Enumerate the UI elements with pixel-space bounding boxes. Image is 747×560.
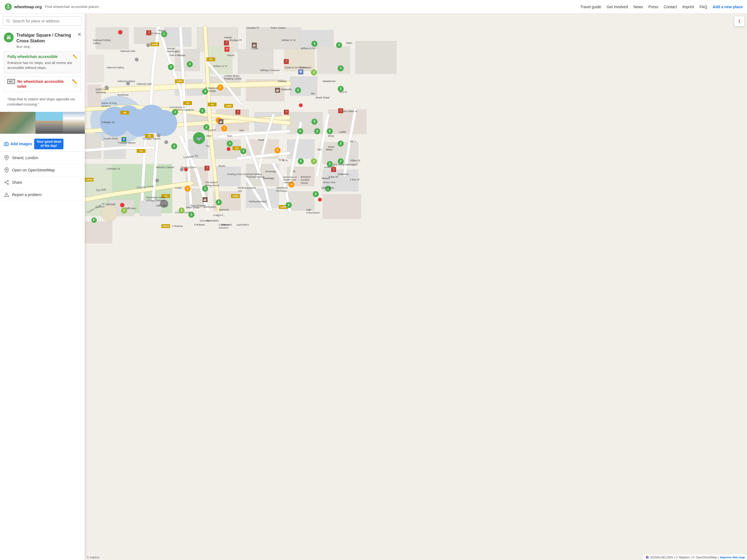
add-images-row: Add images Your good deed of the day! xyxy=(0,136,85,152)
svg-point-15 xyxy=(5,182,6,183)
report-link[interactable]: Report a problem xyxy=(0,189,85,201)
svg-point-10 xyxy=(5,144,7,145)
svg-point-13 xyxy=(7,180,8,181)
accessibility-description: Entrance has no steps, and all rooms are… xyxy=(7,60,77,70)
svg-point-7 xyxy=(7,38,8,40)
edit-accessibility-icon[interactable]: ✏️ xyxy=(73,54,77,59)
logo-tagline: Find wheelchair accessible places xyxy=(45,5,99,9)
add-images-button[interactable]: Add images xyxy=(4,142,32,146)
svg-point-11 xyxy=(6,156,7,158)
wc-status: No wheelchair accessible toilet xyxy=(17,79,70,89)
logo-icon xyxy=(4,3,12,11)
photo-3[interactable] xyxy=(63,112,85,134)
report-icon xyxy=(4,192,9,198)
good-deed-line2: of the day! xyxy=(41,144,57,148)
svg-point-1 xyxy=(7,5,9,6)
share-icon xyxy=(4,180,9,185)
place-name: Trafalgar Square / Charing Cross Station xyxy=(17,32,81,44)
header: wheelmap.org Find wheelchair accessible … xyxy=(0,0,374,14)
logo-text[interactable]: wheelmap.org xyxy=(14,4,42,9)
search-input[interactable] xyxy=(12,19,78,23)
close-button[interactable]: ✕ xyxy=(77,32,81,37)
svg-rect-6 xyxy=(9,36,10,37)
search-input-wrapper xyxy=(3,17,82,26)
photos-row xyxy=(0,112,85,134)
add-images-label: Add images xyxy=(10,142,32,146)
accessibility-status: Fully wheelchair accessible xyxy=(7,54,58,59)
svg-line-17 xyxy=(6,183,7,184)
action-links: Strand, London Open on OpenStreetMap xyxy=(0,152,85,201)
search-icon xyxy=(6,19,10,23)
osm-icon xyxy=(4,167,9,173)
search-bar xyxy=(0,14,85,29)
logo-area: wheelmap.org Find wheelchair accessible … xyxy=(4,3,99,11)
sidebar: Trafalgar Square / Charing Cross Station… xyxy=(0,14,85,210)
map-area[interactable]: Trafalgar Square / Charing Cross Station… xyxy=(0,14,374,210)
svg-line-3 xyxy=(9,22,10,22)
svg-rect-5 xyxy=(7,36,8,37)
share-link[interactable]: Share xyxy=(0,176,85,189)
quote-box: "Step-free to station and stops opposite… xyxy=(4,95,81,109)
report-text: Report a problem xyxy=(12,193,42,197)
photo-1[interactable] xyxy=(0,112,35,134)
share-text: Share xyxy=(12,180,22,184)
access-status-row: Fully wheelchair accessible ✏️ xyxy=(7,54,77,59)
place-title-block: Trafalgar Square / Charing Cross Station… xyxy=(17,32,81,49)
bus-stop-icon xyxy=(4,32,14,42)
svg-line-16 xyxy=(6,181,7,182)
photo-2[interactable] xyxy=(35,112,63,134)
place-header: Trafalgar Square / Charing Cross Station… xyxy=(0,29,85,51)
svg-point-14 xyxy=(7,183,8,184)
wc-box: WC No wheelchair accessible toilet ✏️ xyxy=(4,76,81,92)
osm-link-text: Open on OpenStreetMap xyxy=(12,168,55,172)
location-text: Strand, London xyxy=(12,156,38,160)
edit-wc-icon[interactable]: ✏️ xyxy=(72,79,77,84)
svg-point-20 xyxy=(6,196,7,196)
location-icon xyxy=(4,155,9,160)
camera-icon xyxy=(4,142,9,146)
svg-point-8 xyxy=(9,38,10,40)
good-deed-badge: Your good deed of the day! xyxy=(34,138,63,149)
place-type: Bus stop xyxy=(17,45,81,49)
wc-label: WC xyxy=(7,79,15,84)
svg-point-2 xyxy=(6,19,9,22)
osm-link[interactable]: Open on OpenStreetMap xyxy=(0,164,85,176)
location-link[interactable]: Strand, London xyxy=(0,152,85,164)
svg-point-12 xyxy=(6,169,7,170)
accessibility-box: Fully wheelchair accessible ✏️ Entrance … xyxy=(4,51,81,73)
place-card: Trafalgar Square / Charing Cross Station… xyxy=(0,29,85,201)
good-deed-line1: Your good deed xyxy=(36,140,61,144)
